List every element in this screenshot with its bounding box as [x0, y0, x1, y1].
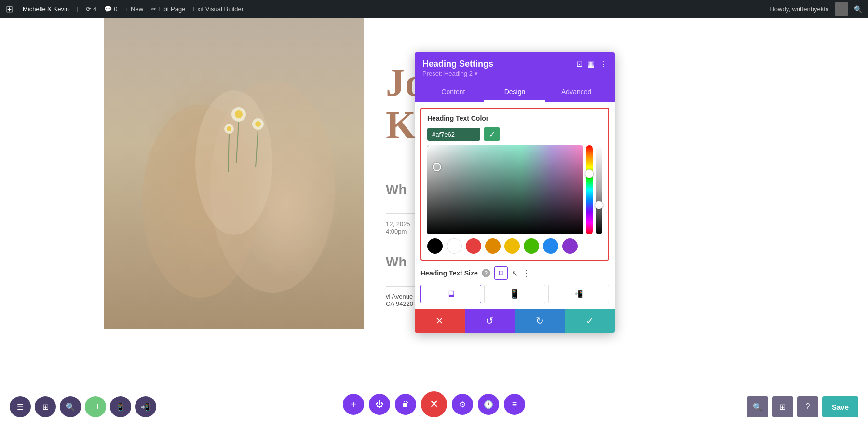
- hex-confirm-button[interactable]: ✓: [484, 127, 500, 141]
- panel-actions: ✕ ↺ ↻ ✓: [415, 309, 615, 333]
- color-gradient[interactable]: [427, 145, 583, 234]
- search-button[interactable]: 🔍: [60, 396, 81, 417]
- power-button[interactable]: ⏻: [369, 394, 390, 415]
- columns-icon[interactable]: ▦: [587, 59, 595, 69]
- svg-rect-14: [427, 145, 583, 234]
- swatch-black[interactable]: [427, 238, 443, 254]
- date-text: 12, 2025 4:00pm: [386, 220, 410, 235]
- svg-point-8: [227, 126, 231, 131]
- comments-link[interactable]: 💬 0: [104, 5, 117, 13]
- heading-settings-panel: Heading Settings ⊡ ▦ ⋮ Preset: Heading 2…: [415, 52, 615, 333]
- color-cursor[interactable]: [433, 163, 441, 171]
- divider-1: [386, 213, 415, 214]
- swatch-green[interactable]: [524, 238, 539, 254]
- confirm-action-button[interactable]: ✓: [565, 309, 615, 333]
- tablet-device-btn[interactable]: 📱: [484, 285, 545, 303]
- avatar: [835, 2, 848, 16]
- revisions-icon: ⟳: [86, 5, 91, 13]
- edit-icon: ✏: [151, 5, 156, 13]
- color-swatches: [427, 238, 602, 254]
- swatch-white[interactable]: [447, 238, 462, 254]
- wordpress-logo[interactable]: ⊞: [6, 4, 13, 14]
- plus-icon: +: [125, 5, 129, 13]
- tab-design[interactable]: Design: [484, 83, 546, 102]
- tab-content[interactable]: Content: [422, 83, 484, 102]
- address-text: vi Avenue CA 94220: [386, 293, 413, 307]
- grid-view-button[interactable]: ⊞: [35, 396, 56, 417]
- howdy-text: Howdy, writtenbyekta: [770, 5, 829, 13]
- desktop-view-button[interactable]: 🖥: [85, 396, 106, 417]
- hero-image: [104, 18, 364, 329]
- swatch-yellow[interactable]: [504, 238, 520, 254]
- hue-handle[interactable]: [585, 169, 594, 178]
- tablet-view-button[interactable]: 📱: [110, 396, 131, 417]
- divider-2: [386, 286, 415, 287]
- hex-row: ✓: [427, 127, 602, 141]
- hue-slider[interactable]: [586, 145, 593, 234]
- panel-preset[interactable]: Preset: Heading 2 ▾: [422, 70, 607, 77]
- panel-tabs: Content Design Advanced: [422, 83, 607, 102]
- sat-handle[interactable]: [595, 201, 603, 209]
- layers-button[interactable]: ⊞: [772, 396, 793, 417]
- save-button[interactable]: Save: [822, 396, 858, 417]
- swatch-purple[interactable]: [562, 238, 578, 254]
- redo-action-button[interactable]: ↻: [515, 309, 565, 333]
- more-icon[interactable]: ⋮: [599, 59, 607, 69]
- device-desktop-icon[interactable]: 🖥: [494, 266, 508, 280]
- cancel-action-button[interactable]: ✕: [415, 309, 465, 333]
- bottom-toolbar-right: 🔍 ⊞ ? Save: [747, 396, 858, 417]
- saturation-slider[interactable]: [596, 145, 602, 234]
- panel-header: Heading Settings ⊡ ▦ ⋮ Preset: Heading 2…: [415, 52, 615, 102]
- expand-icon[interactable]: ⊡: [576, 59, 583, 69]
- undo-action-button[interactable]: ↺: [465, 309, 515, 333]
- swatch-red[interactable]: [466, 238, 481, 254]
- revisions-link[interactable]: ⟳ 4: [86, 5, 96, 13]
- add-module-button[interactable]: +: [343, 394, 364, 415]
- swatch-orange[interactable]: [485, 238, 501, 254]
- settings-button[interactable]: ⚙: [452, 394, 473, 415]
- menu-toggle-button[interactable]: ☰: [10, 396, 31, 417]
- bottom-toolbar-center: + ⏻ 🗑 ✕ ⚙ 🕐 ≡: [343, 391, 525, 417]
- search-icon-top[interactable]: 🔍: [854, 5, 862, 13]
- edit-page-link[interactable]: ✏ Edit Page: [151, 5, 185, 13]
- layout-button[interactable]: ≡: [504, 394, 525, 415]
- swatch-blue[interactable]: [543, 238, 558, 254]
- text-size-label: Heading Text Size: [420, 269, 478, 277]
- comments-icon: 💬: [104, 5, 112, 13]
- help-button[interactable]: ?: [797, 396, 818, 417]
- mobile-view-button[interactable]: 📲: [135, 396, 156, 417]
- exit-builder-link[interactable]: Exit Visual Builder: [193, 5, 244, 13]
- hex-input[interactable]: [427, 128, 480, 141]
- hands-illustration: [104, 18, 364, 329]
- help-icon[interactable]: ?: [482, 269, 490, 277]
- panel-icons: ⊡ ▦ ⋮: [576, 59, 607, 69]
- close-button[interactable]: ✕: [421, 391, 447, 417]
- mobile-device-btn[interactable]: 📲: [548, 285, 609, 303]
- history-button[interactable]: 🕐: [478, 394, 499, 415]
- admin-bar: ⊞ Michelle & Kevin | ⟳ 4 💬 0 + New ✏ Edi…: [0, 0, 868, 18]
- bottom-toolbar-left: ☰ ⊞ 🔍 🖥 📱 📲: [10, 396, 156, 417]
- search-right-button[interactable]: 🔍: [747, 396, 768, 417]
- desktop-device-btn[interactable]: 🖥: [420, 285, 481, 303]
- site-name[interactable]: Michelle & Kevin: [23, 5, 69, 13]
- gradient-svg: [427, 145, 583, 234]
- new-button[interactable]: + New: [125, 5, 143, 13]
- delete-button[interactable]: 🗑: [395, 394, 416, 415]
- more-options-icon[interactable]: ⋮: [522, 268, 530, 278]
- text-size-row: Heading Text Size ? 🖥 ↖ ⋮: [420, 266, 609, 280]
- text-size-section: Heading Text Size ? 🖥 ↖ ⋮ 🖥 📱 📲: [415, 266, 615, 309]
- subheading-text: Wh: [386, 182, 407, 197]
- cursor-icon[interactable]: ↖: [512, 269, 518, 278]
- panel-title: Heading Settings: [422, 59, 493, 69]
- color-picker-main: [427, 145, 602, 234]
- svg-point-4: [235, 110, 243, 118]
- admin-right: Howdy, writtenbyekta 🔍: [770, 2, 862, 16]
- color-label: Heading Text Color: [427, 114, 602, 122]
- subheading2-text: Wh: [386, 254, 407, 270]
- color-picker-section: Heading Text Color ✓: [420, 108, 609, 261]
- tab-advanced[interactable]: Advanced: [545, 83, 607, 102]
- device-row: 🖥 📱 📲: [420, 285, 609, 303]
- svg-point-6: [255, 121, 261, 127]
